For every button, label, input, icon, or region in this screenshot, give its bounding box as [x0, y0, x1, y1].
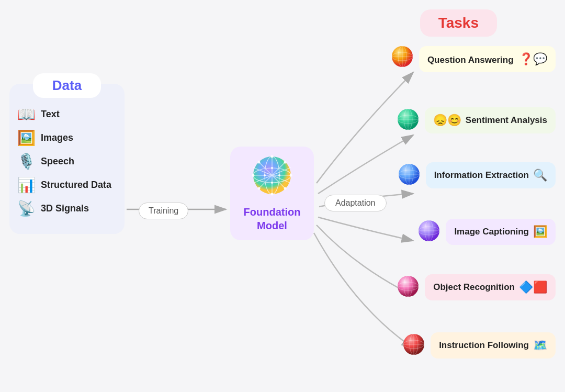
signals-icon: 📡 [17, 200, 36, 217]
svg-point-13 [252, 174, 255, 177]
object-label: Object Recognition [433, 282, 515, 293]
text-icon: 📖 [17, 106, 36, 123]
data-item-text: 📖 Text [17, 106, 117, 123]
sentiment-card: 😞😊 Sentiment Analysis [425, 107, 556, 133]
svg-point-17 [284, 161, 287, 164]
svg-point-11 [271, 155, 274, 158]
foundation-model-box: Foundation Model [230, 147, 314, 240]
sentiment-icon: 😞😊 [433, 114, 461, 127]
instruction-icon: 🗺️ [533, 339, 547, 352]
data-item-structured: 📊 Structured Data [17, 176, 117, 194]
speech-label: Speech [41, 156, 74, 167]
svg-point-16 [284, 187, 287, 190]
foundation-title: Foundation Model [238, 205, 306, 232]
data-item-speech: 🎙️ Speech [17, 153, 117, 170]
caption-label: Image Captioning [454, 227, 529, 237]
task-image-captioning: Image Captioning 🖼️ [417, 219, 556, 245]
info-ball [398, 163, 421, 188]
training-label: Training [139, 203, 188, 219]
data-title: Data [52, 77, 82, 93]
svg-point-22 [264, 174, 266, 176]
task-sentiment: 😞😊 Sentiment Analysis [397, 107, 556, 133]
signals-label: 3D Signals [41, 203, 89, 214]
foundation-icon [238, 154, 306, 203]
svg-point-14 [290, 174, 292, 177]
tasks-box: Tasks [420, 9, 497, 37]
sentiment-label: Sentiment Analysis [466, 115, 547, 126]
qa-icon: ❓💬 [519, 52, 547, 65]
structured-label: Structured Data [41, 180, 111, 191]
info-card: Information Extraction 🔍 [426, 162, 556, 188]
foundation-sphere [251, 154, 293, 196]
object-ball [397, 275, 420, 300]
task-object-recognition: Object Recognition 🔷🟥 [397, 274, 556, 300]
task-question-answering: Question Answering ❓💬 [391, 45, 556, 73]
svg-point-15 [258, 161, 261, 164]
svg-point-21 [278, 174, 280, 176]
images-icon: 🖼️ [17, 129, 36, 147]
text-label: Text [41, 109, 60, 120]
adaptation-label: Adaptation [324, 195, 387, 211]
caption-icon: 🖼️ [533, 225, 547, 239]
svg-point-19 [271, 167, 273, 169]
sentiment-ball [397, 108, 420, 133]
data-panel: Data 📖 Text 🖼️ Images 🎙️ Speech 📊 Struct… [9, 84, 125, 234]
object-card: Object Recognition 🔷🟥 [425, 274, 556, 300]
object-icon: 🔷🟥 [519, 281, 547, 294]
info-label: Information Extraction [434, 170, 529, 181]
data-title-box: Data [33, 73, 101, 98]
instruction-card: Instruction Following 🗺️ [431, 332, 556, 359]
qa-ball [391, 45, 414, 73]
info-icon: 🔍 [533, 169, 547, 182]
tasks-title: Tasks [438, 15, 479, 31]
data-item-images: 🖼️ Images [17, 129, 117, 147]
data-item-3d: 📡 3D Signals [17, 200, 117, 217]
speech-icon: 🎙️ [17, 153, 36, 170]
images-label: Images [41, 132, 73, 143]
instruction-label: Instruction Following [439, 340, 529, 351]
structured-icon: 📊 [17, 176, 36, 194]
svg-point-18 [258, 187, 261, 190]
svg-point-20 [271, 182, 273, 184]
qa-label: Question Answering [427, 55, 514, 65]
caption-ball [417, 219, 440, 244]
instruction-ball [402, 333, 425, 358]
svg-point-12 [271, 193, 274, 196]
qa-card: Question Answering ❓💬 [419, 46, 556, 72]
caption-card: Image Captioning 🖼️ [446, 219, 556, 245]
task-info-extraction: Information Extraction 🔍 [398, 162, 556, 188]
task-instruction-following: Instruction Following 🗺️ [402, 332, 556, 359]
